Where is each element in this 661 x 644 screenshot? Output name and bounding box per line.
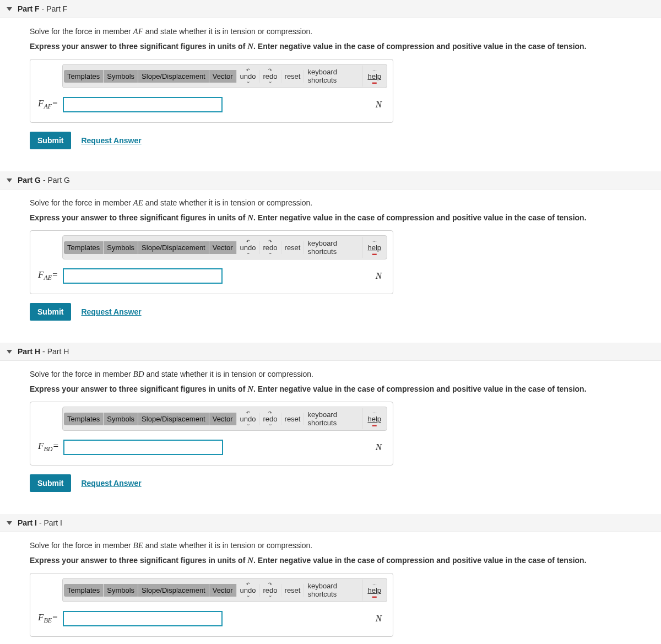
part-title: Part I - Part I [18, 518, 62, 527]
redo-button[interactable]: ↷redo⌣ [260, 70, 281, 83]
templates-button[interactable]: Templates [64, 70, 104, 83]
slope-displacement-button[interactable]: Slope/Displacement [138, 413, 209, 425]
help-button[interactable]: ⋯help▬ [363, 70, 386, 83]
instructions-text: Express your answer to three significant… [30, 556, 631, 565]
symbols-button[interactable]: Symbols [104, 413, 138, 425]
part-title: Part G - Part G [18, 176, 70, 185]
redo-button[interactable]: ↷redo⌣ [260, 413, 281, 425]
answer-box: Templates Symbols Slope/Displacement Vec… [30, 59, 393, 123]
templates-button[interactable]: Templates [64, 413, 104, 425]
keyboard-shortcuts-button[interactable]: keyboard shortcuts [304, 408, 363, 429]
symbols-button[interactable]: Symbols [104, 70, 138, 83]
answer-label: FBD= [36, 441, 59, 453]
action-row: Submit Request Answer [30, 132, 631, 149]
undo-button[interactable]: ↶undo⌣ [237, 584, 260, 597]
part-body: Solve for the force in member AE and sta… [0, 190, 661, 329]
answer-row: FBE= N [36, 611, 387, 626]
answer-box: Templates Symbols Slope/Displacement Vec… [30, 230, 393, 294]
caret-down-icon [7, 178, 12, 182]
vector-button[interactable]: Vector [209, 584, 237, 597]
answer-box: Templates Symbols Slope/Displacement Vec… [30, 402, 393, 466]
redo-button[interactable]: ↷redo⌣ [260, 241, 281, 254]
reset-button[interactable]: reset [281, 413, 305, 425]
answer-input[interactable] [63, 440, 223, 455]
help-button[interactable]: ⋯help▬ [363, 584, 386, 597]
answer-label: FAE= [36, 269, 58, 282]
undo-button[interactable]: ↶undo⌣ [237, 241, 260, 254]
action-row: Submit Request Answer [30, 474, 631, 492]
request-answer-link[interactable]: Request Answer [81, 136, 141, 145]
action-row: Submit Request Answer [30, 303, 631, 321]
part-header[interactable]: Part H - Part H [0, 343, 661, 361]
part-title: Part H - Part H [18, 347, 69, 356]
answer-row: FAF= N [36, 97, 387, 112]
part-body: Solve for the force in member AF and sta… [0, 18, 661, 158]
part-header[interactable]: Part F - Part F [0, 0, 661, 18]
slope-displacement-button[interactable]: Slope/Displacement [138, 241, 209, 254]
answer-box: Templates Symbols Slope/Displacement Vec… [30, 573, 393, 637]
prompt-text: Solve for the force in member AF and sta… [30, 27, 631, 36]
submit-button[interactable]: Submit [30, 303, 71, 321]
part-block: Part H - Part H Solve for the force in m… [0, 343, 661, 501]
undo-button[interactable]: ↶undo⌣ [237, 70, 260, 83]
submit-button[interactable]: Submit [30, 474, 71, 492]
undo-button[interactable]: ↶undo⌣ [237, 413, 260, 425]
slope-displacement-button[interactable]: Slope/Displacement [138, 70, 209, 83]
part-title: Part F - Part F [18, 4, 67, 13]
prompt-text: Solve for the force in member AE and sta… [30, 198, 631, 208]
keyboard-shortcuts-button[interactable]: keyboard shortcuts [304, 580, 363, 600]
answer-input[interactable] [63, 97, 223, 112]
part-body: Solve for the force in member BE and sta… [0, 532, 661, 644]
vector-button[interactable]: Vector [209, 413, 237, 425]
answer-label: FBE= [36, 612, 58, 625]
symbols-button[interactable]: Symbols [104, 241, 138, 254]
submit-button[interactable]: Submit [30, 132, 71, 149]
answer-input[interactable] [63, 611, 223, 626]
caret-down-icon [7, 521, 12, 525]
part-block: Part F - Part F Solve for the force in m… [0, 0, 661, 158]
keyboard-shortcuts-button[interactable]: keyboard shortcuts [304, 66, 363, 86]
request-answer-link[interactable]: Request Answer [81, 479, 141, 488]
part-block: Part I - Part I Solve for the force in m… [0, 514, 661, 644]
reset-button[interactable]: reset [281, 584, 305, 597]
request-answer-link[interactable]: Request Answer [81, 307, 141, 316]
part-body: Solve for the force in member BD and sta… [0, 361, 661, 501]
answer-label: FAF= [36, 98, 58, 111]
equation-toolbar: Templates Symbols Slope/Displacement Vec… [62, 578, 387, 602]
unit-label: N [376, 270, 387, 282]
vector-button[interactable]: Vector [209, 70, 237, 83]
equation-toolbar: Templates Symbols Slope/Displacement Vec… [62, 407, 387, 431]
part-header[interactable]: Part G - Part G [0, 171, 661, 190]
templates-button[interactable]: Templates [64, 241, 104, 254]
equation-toolbar: Templates Symbols Slope/Displacement Vec… [62, 64, 387, 88]
prompt-text: Solve for the force in member BD and sta… [30, 370, 631, 379]
instructions-text: Express your answer to three significant… [30, 385, 631, 394]
answer-input[interactable] [63, 268, 223, 284]
part-header[interactable]: Part I - Part I [0, 514, 661, 532]
symbols-button[interactable]: Symbols [104, 584, 138, 597]
caret-down-icon [7, 7, 12, 11]
part-block: Part G - Part G Solve for the force in m… [0, 171, 661, 329]
redo-button[interactable]: ↷redo⌣ [260, 584, 281, 597]
slope-displacement-button[interactable]: Slope/Displacement [138, 584, 209, 597]
unit-label: N [376, 442, 387, 453]
answer-row: FBD= N [36, 440, 387, 455]
caret-down-icon [7, 350, 12, 354]
reset-button[interactable]: reset [281, 70, 305, 83]
unit-label: N [376, 99, 387, 110]
vector-button[interactable]: Vector [209, 241, 237, 254]
prompt-text: Solve for the force in member BE and sta… [30, 541, 631, 550]
equation-toolbar: Templates Symbols Slope/Displacement Vec… [62, 235, 387, 259]
answer-row: FAE= N [36, 268, 387, 284]
keyboard-shortcuts-button[interactable]: keyboard shortcuts [304, 237, 363, 258]
unit-label: N [376, 613, 387, 624]
instructions-text: Express your answer to three significant… [30, 42, 631, 51]
reset-button[interactable]: reset [281, 241, 305, 254]
help-button[interactable]: ⋯help▬ [363, 241, 386, 254]
help-button[interactable]: ⋯help▬ [363, 413, 386, 425]
instructions-text: Express your answer to three significant… [30, 213, 631, 223]
templates-button[interactable]: Templates [64, 584, 104, 597]
